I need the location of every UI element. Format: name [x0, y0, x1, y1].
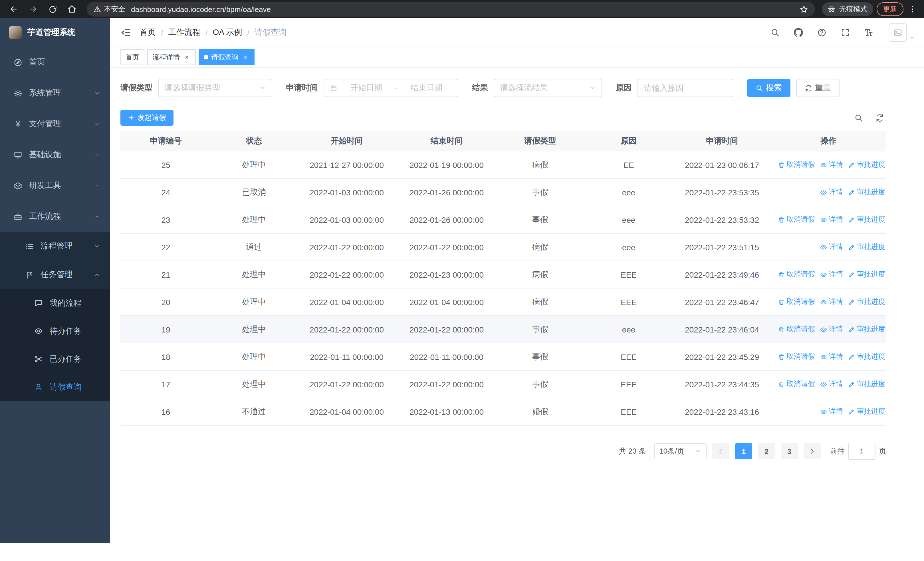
- page-button-1[interactable]: 1: [735, 443, 752, 459]
- leave-type-select[interactable]: 请选择请假类型: [158, 79, 272, 97]
- search-button[interactable]: 搜索: [747, 79, 790, 97]
- sidebar-item-my-process[interactable]: 我的流程: [0, 289, 110, 317]
- bookmark-star-icon[interactable]: [800, 4, 808, 14]
- filter-form: 请假类型 请选择请假类型 申请时间 开始日期 -: [120, 79, 886, 97]
- sidebar-logo[interactable]: 芋道管理系统: [0, 18, 110, 47]
- date-range-picker[interactable]: 开始日期 - 结束日期: [324, 79, 458, 97]
- browser-forward-button[interactable]: [25, 1, 41, 17]
- update-button[interactable]: 更新: [877, 2, 903, 16]
- sidebar-item-leave-query[interactable]: 请假查询: [0, 373, 110, 401]
- github-icon[interactable]: [792, 26, 805, 39]
- reason-input[interactable]: [638, 80, 733, 96]
- incognito-badge: 无痕模式: [822, 2, 873, 16]
- approval-progress-link[interactable]: 审批进度: [848, 242, 885, 252]
- cell-reason: eee: [584, 215, 674, 224]
- prev-page-button[interactable]: [712, 443, 729, 459]
- sidebar-item-payment[interactable]: 支付管理: [0, 108, 110, 139]
- sidebar: 芋道管理系统 首页 系统管理 支付管理 基础设施: [0, 18, 110, 543]
- detail-link[interactable]: 详情: [820, 215, 843, 224]
- cell-apply-time: 2022-01-22 23:51:15: [674, 242, 771, 252]
- address-bar[interactable]: 不安全 dashboard.yudao.iocoder.cn/bpm/oa/le…: [87, 2, 815, 17]
- approval-progress-link[interactable]: 审批进度: [848, 325, 885, 334]
- sidebar-item-infra[interactable]: 基础设施: [0, 139, 110, 170]
- cancel-leave-link[interactable]: 取消请假: [778, 297, 815, 307]
- cell-actions: 详情审批进度: [771, 242, 886, 252]
- pagination: 共 23 条 10条/页 1 2 3 前往 页: [120, 443, 886, 460]
- tab-home[interactable]: 首页: [120, 49, 144, 65]
- detail-link[interactable]: 详情: [820, 352, 843, 362]
- cell-start-time: 2022-01-03 00:00:00: [297, 188, 397, 197]
- detail-link[interactable]: 详情: [820, 270, 843, 279]
- approval-progress-link[interactable]: 审批进度: [848, 270, 885, 279]
- header-search-icon[interactable]: [768, 26, 782, 39]
- tab-leave-query[interactable]: 请假查询 ×: [199, 49, 255, 65]
- detail-link[interactable]: 详情: [820, 242, 843, 252]
- end-date-placeholder: 结束日期: [401, 83, 452, 93]
- sidebar-item-todo-tasks[interactable]: 待办任务: [0, 317, 110, 345]
- cell-status: 已取消: [211, 187, 297, 197]
- font-size-icon[interactable]: [862, 26, 876, 39]
- approval-progress-link[interactable]: 审批进度: [848, 352, 885, 362]
- user-avatar-menu[interactable]: [889, 23, 915, 42]
- create-leave-button[interactable]: 发起请假: [120, 110, 174, 126]
- cell-apply-no: 23: [120, 215, 211, 224]
- breadcrumb-home[interactable]: 首页: [140, 27, 156, 38]
- detail-link[interactable]: 详情: [820, 325, 843, 334]
- cancel-leave-link[interactable]: 取消请假: [778, 379, 815, 389]
- sidebar-item-done-tasks[interactable]: 已办任务: [0, 345, 110, 373]
- sidebar-item-workflow[interactable]: 工作流程: [0, 201, 110, 232]
- page-button-3[interactable]: 3: [781, 443, 798, 459]
- tab-process-detail[interactable]: 流程详情 ×: [147, 49, 196, 65]
- cancel-leave-link[interactable]: 取消请假: [778, 325, 815, 334]
- goto-page-input[interactable]: [848, 443, 876, 460]
- cancel-leave-link[interactable]: 取消请假: [778, 270, 815, 279]
- approval-progress-link[interactable]: 审批进度: [848, 407, 885, 417]
- approval-progress-link[interactable]: 审批进度: [848, 160, 885, 170]
- approval-progress-link[interactable]: 审批进度: [848, 297, 885, 307]
- sidebar-item-home[interactable]: 首页: [0, 47, 110, 78]
- breadcrumb-oa-example[interactable]: OA 示例: [213, 27, 242, 38]
- browser-back-button[interactable]: [6, 1, 22, 17]
- browser-menu-icon[interactable]: [907, 5, 918, 14]
- table-row: 18处理中2022-01-11 00:00:002022-01-11 00:00…: [120, 343, 886, 371]
- apply-time-label: 申请时间: [286, 83, 318, 93]
- cell-end-time: 2022-01-11 00:00:00: [397, 352, 496, 361]
- detail-link[interactable]: 详情: [820, 297, 843, 307]
- page-button-2[interactable]: 2: [758, 443, 775, 459]
- sidebar-item-devtools[interactable]: 研发工具: [0, 170, 110, 201]
- sidebar-item-system[interactable]: 系统管理: [0, 78, 110, 108]
- page-size-select[interactable]: 10条/页: [654, 443, 706, 459]
- detail-link[interactable]: 详情: [820, 407, 843, 417]
- help-icon[interactable]: [815, 26, 829, 39]
- browser-reload-button[interactable]: [45, 1, 60, 17]
- breadcrumb-workflow[interactable]: 工作流程: [168, 27, 200, 38]
- detail-link[interactable]: 详情: [820, 379, 843, 389]
- security-chip[interactable]: 不安全: [94, 4, 125, 14]
- sidebar-item-process-mgmt[interactable]: 流程管理: [0, 232, 110, 260]
- cell-apply-time: 2022-01-22 23:44:35: [674, 380, 771, 389]
- browser-home-button[interactable]: [64, 1, 80, 17]
- refresh-table-icon[interactable]: [876, 113, 884, 122]
- table-row: 21处理中2022-01-22 00:00:002022-01-23 00:00…: [120, 261, 886, 289]
- approval-progress-link[interactable]: 审批进度: [848, 379, 885, 389]
- close-icon[interactable]: ×: [242, 53, 249, 61]
- next-page-button[interactable]: [804, 443, 821, 459]
- approval-progress-link[interactable]: 审批进度: [848, 187, 885, 197]
- cancel-leave-link[interactable]: 取消请假: [778, 215, 815, 224]
- fullscreen-icon[interactable]: [838, 26, 852, 39]
- monitor-icon: [14, 150, 22, 159]
- cell-actions: 取消请假详情审批进度: [771, 379, 886, 389]
- close-icon[interactable]: ×: [183, 53, 190, 61]
- cancel-leave-link[interactable]: 取消请假: [778, 160, 815, 170]
- detail-link[interactable]: 详情: [820, 187, 843, 197]
- cancel-leave-link[interactable]: 取消请假: [778, 352, 815, 362]
- dashboard-icon: [14, 58, 22, 66]
- sidebar-item-task-mgmt[interactable]: 任务管理: [0, 260, 110, 289]
- cell-leave-type: 病假: [496, 269, 584, 280]
- toggle-search-icon[interactable]: [854, 113, 863, 122]
- sidebar-collapse-icon[interactable]: [117, 23, 135, 42]
- detail-link[interactable]: 详情: [820, 160, 843, 170]
- result-select[interactable]: 请选择流结果: [494, 79, 602, 97]
- reset-button[interactable]: 重置: [796, 79, 840, 97]
- approval-progress-link[interactable]: 审批进度: [848, 215, 885, 224]
